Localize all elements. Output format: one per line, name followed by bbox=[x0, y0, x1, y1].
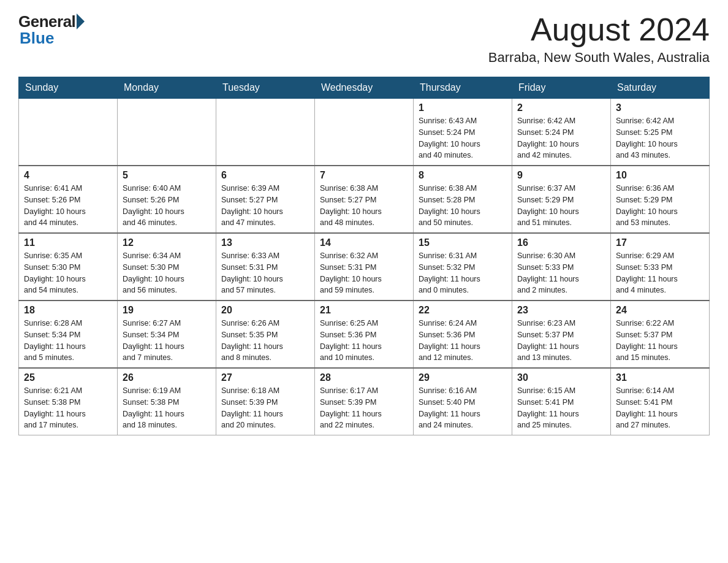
day-number: 23 bbox=[517, 305, 605, 316]
day-number: 17 bbox=[616, 237, 704, 248]
logo-arrow-icon bbox=[77, 13, 85, 29]
page-header: General Blue August 2024 Barraba, New So… bbox=[18, 12, 710, 66]
calendar-day-cell: 27Sunrise: 6:18 AMSunset: 5:39 PMDayligh… bbox=[216, 368, 315, 435]
calendar-header-row: SundayMondayTuesdayWednesdayThursdayFrid… bbox=[19, 77, 710, 99]
day-info: Sunrise: 6:18 AMSunset: 5:39 PMDaylight:… bbox=[221, 385, 309, 431]
day-number: 22 bbox=[419, 305, 507, 316]
calendar-day-cell: 3Sunrise: 6:42 AMSunset: 5:25 PMDaylight… bbox=[611, 99, 710, 166]
calendar-day-header: Saturday bbox=[611, 77, 710, 99]
calendar-day-cell: 9Sunrise: 6:37 AMSunset: 5:29 PMDaylight… bbox=[512, 166, 611, 233]
day-number: 8 bbox=[419, 170, 507, 181]
day-number: 2 bbox=[517, 102, 605, 113]
day-info: Sunrise: 6:21 AMSunset: 5:38 PMDaylight:… bbox=[24, 385, 112, 431]
calendar-day-cell: 14Sunrise: 6:32 AMSunset: 5:31 PMDayligh… bbox=[315, 233, 414, 301]
day-number: 20 bbox=[221, 305, 309, 316]
day-number: 3 bbox=[616, 102, 704, 113]
logo: General Blue bbox=[18, 12, 85, 48]
calendar-day-cell: 25Sunrise: 6:21 AMSunset: 5:38 PMDayligh… bbox=[19, 368, 118, 435]
day-info: Sunrise: 6:38 AMSunset: 5:27 PMDaylight:… bbox=[320, 183, 408, 229]
calendar-day-cell: 11Sunrise: 6:35 AMSunset: 5:30 PMDayligh… bbox=[19, 233, 118, 301]
day-number: 19 bbox=[123, 305, 211, 316]
day-info: Sunrise: 6:30 AMSunset: 5:33 PMDaylight:… bbox=[517, 250, 605, 296]
calendar-day-cell: 19Sunrise: 6:27 AMSunset: 5:34 PMDayligh… bbox=[118, 301, 216, 368]
day-number: 29 bbox=[419, 372, 507, 383]
calendar-day-cell: 21Sunrise: 6:25 AMSunset: 5:36 PMDayligh… bbox=[315, 301, 414, 368]
day-info: Sunrise: 6:31 AMSunset: 5:32 PMDaylight:… bbox=[419, 250, 507, 296]
calendar-day-header: Sunday bbox=[19, 77, 118, 99]
day-info: Sunrise: 6:15 AMSunset: 5:41 PMDaylight:… bbox=[517, 385, 605, 431]
calendar-day-cell: 31Sunrise: 6:14 AMSunset: 5:41 PMDayligh… bbox=[611, 368, 710, 435]
day-info: Sunrise: 6:29 AMSunset: 5:33 PMDaylight:… bbox=[616, 250, 704, 296]
calendar-day-cell bbox=[19, 99, 118, 166]
day-info: Sunrise: 6:22 AMSunset: 5:37 PMDaylight:… bbox=[616, 318, 704, 364]
day-number: 9 bbox=[517, 170, 605, 181]
calendar-week-row: 25Sunrise: 6:21 AMSunset: 5:38 PMDayligh… bbox=[19, 368, 710, 435]
day-number: 13 bbox=[221, 237, 309, 248]
day-info: Sunrise: 6:35 AMSunset: 5:30 PMDaylight:… bbox=[24, 250, 112, 296]
calendar-day-cell: 5Sunrise: 6:40 AMSunset: 5:26 PMDaylight… bbox=[118, 166, 216, 233]
day-number: 18 bbox=[24, 305, 112, 316]
day-info: Sunrise: 6:33 AMSunset: 5:31 PMDaylight:… bbox=[221, 250, 309, 296]
calendar-day-cell: 30Sunrise: 6:15 AMSunset: 5:41 PMDayligh… bbox=[512, 368, 611, 435]
calendar-day-cell bbox=[315, 99, 414, 166]
calendar-day-cell: 2Sunrise: 6:42 AMSunset: 5:24 PMDaylight… bbox=[512, 99, 611, 166]
day-number: 5 bbox=[123, 170, 211, 181]
calendar-day-cell: 1Sunrise: 6:43 AMSunset: 5:24 PMDaylight… bbox=[414, 99, 512, 166]
day-number: 26 bbox=[123, 372, 211, 383]
day-info: Sunrise: 6:19 AMSunset: 5:38 PMDaylight:… bbox=[123, 385, 211, 431]
day-number: 24 bbox=[616, 305, 704, 316]
day-info: Sunrise: 6:16 AMSunset: 5:40 PMDaylight:… bbox=[419, 385, 507, 431]
day-info: Sunrise: 6:38 AMSunset: 5:28 PMDaylight:… bbox=[419, 183, 507, 229]
calendar-day-header: Wednesday bbox=[315, 77, 414, 99]
day-info: Sunrise: 6:39 AMSunset: 5:27 PMDaylight:… bbox=[221, 183, 309, 229]
calendar-day-cell: 20Sunrise: 6:26 AMSunset: 5:35 PMDayligh… bbox=[216, 301, 315, 368]
calendar-day-cell: 4Sunrise: 6:41 AMSunset: 5:26 PMDaylight… bbox=[19, 166, 118, 233]
calendar-week-row: 4Sunrise: 6:41 AMSunset: 5:26 PMDaylight… bbox=[19, 166, 710, 233]
day-number: 7 bbox=[320, 170, 408, 181]
day-info: Sunrise: 6:26 AMSunset: 5:35 PMDaylight:… bbox=[221, 318, 309, 364]
day-number: 15 bbox=[419, 237, 507, 248]
calendar-day-cell: 16Sunrise: 6:30 AMSunset: 5:33 PMDayligh… bbox=[512, 233, 611, 301]
day-info: Sunrise: 6:14 AMSunset: 5:41 PMDaylight:… bbox=[616, 385, 704, 431]
day-number: 16 bbox=[517, 237, 605, 248]
calendar-day-cell: 29Sunrise: 6:16 AMSunset: 5:40 PMDayligh… bbox=[414, 368, 512, 435]
calendar-day-cell bbox=[216, 99, 315, 166]
day-info: Sunrise: 6:41 AMSunset: 5:26 PMDaylight:… bbox=[24, 183, 112, 229]
calendar-day-cell: 13Sunrise: 6:33 AMSunset: 5:31 PMDayligh… bbox=[216, 233, 315, 301]
calendar-day-cell: 23Sunrise: 6:23 AMSunset: 5:37 PMDayligh… bbox=[512, 301, 611, 368]
day-info: Sunrise: 6:17 AMSunset: 5:39 PMDaylight:… bbox=[320, 385, 408, 431]
day-number: 14 bbox=[320, 237, 408, 248]
day-number: 27 bbox=[221, 372, 309, 383]
calendar-day-header: Monday bbox=[118, 77, 216, 99]
day-info: Sunrise: 6:40 AMSunset: 5:26 PMDaylight:… bbox=[123, 183, 211, 229]
day-number: 4 bbox=[24, 170, 112, 181]
calendar-week-row: 11Sunrise: 6:35 AMSunset: 5:30 PMDayligh… bbox=[19, 233, 710, 301]
day-number: 30 bbox=[517, 372, 605, 383]
day-info: Sunrise: 6:37 AMSunset: 5:29 PMDaylight:… bbox=[517, 183, 605, 229]
day-number: 10 bbox=[616, 170, 704, 181]
calendar-day-header: Tuesday bbox=[216, 77, 315, 99]
day-info: Sunrise: 6:28 AMSunset: 5:34 PMDaylight:… bbox=[24, 318, 112, 364]
calendar-day-cell: 15Sunrise: 6:31 AMSunset: 5:32 PMDayligh… bbox=[414, 233, 512, 301]
calendar-day-cell: 22Sunrise: 6:24 AMSunset: 5:36 PMDayligh… bbox=[414, 301, 512, 368]
day-info: Sunrise: 6:25 AMSunset: 5:36 PMDaylight:… bbox=[320, 318, 408, 364]
logo-blue-text: Blue bbox=[20, 29, 54, 48]
page-title: August 2024 bbox=[488, 12, 710, 47]
day-info: Sunrise: 6:32 AMSunset: 5:31 PMDaylight:… bbox=[320, 250, 408, 296]
calendar-day-cell: 17Sunrise: 6:29 AMSunset: 5:33 PMDayligh… bbox=[611, 233, 710, 301]
calendar-day-cell: 24Sunrise: 6:22 AMSunset: 5:37 PMDayligh… bbox=[611, 301, 710, 368]
calendar-table: SundayMondayTuesdayWednesdayThursdayFrid… bbox=[18, 77, 710, 435]
calendar-day-cell: 18Sunrise: 6:28 AMSunset: 5:34 PMDayligh… bbox=[19, 301, 118, 368]
calendar-day-cell: 8Sunrise: 6:38 AMSunset: 5:28 PMDaylight… bbox=[414, 166, 512, 233]
calendar-day-cell: 26Sunrise: 6:19 AMSunset: 5:38 PMDayligh… bbox=[118, 368, 216, 435]
day-info: Sunrise: 6:27 AMSunset: 5:34 PMDaylight:… bbox=[123, 318, 211, 364]
day-info: Sunrise: 6:34 AMSunset: 5:30 PMDaylight:… bbox=[123, 250, 211, 296]
day-number: 6 bbox=[221, 170, 309, 181]
calendar-day-cell bbox=[118, 99, 216, 166]
page-subtitle: Barraba, New South Wales, Australia bbox=[488, 50, 710, 66]
day-number: 11 bbox=[24, 237, 112, 248]
calendar-day-header: Thursday bbox=[414, 77, 512, 99]
calendar-day-cell: 7Sunrise: 6:38 AMSunset: 5:27 PMDaylight… bbox=[315, 166, 414, 233]
calendar-day-cell: 28Sunrise: 6:17 AMSunset: 5:39 PMDayligh… bbox=[315, 368, 414, 435]
calendar-day-cell: 12Sunrise: 6:34 AMSunset: 5:30 PMDayligh… bbox=[118, 233, 216, 301]
